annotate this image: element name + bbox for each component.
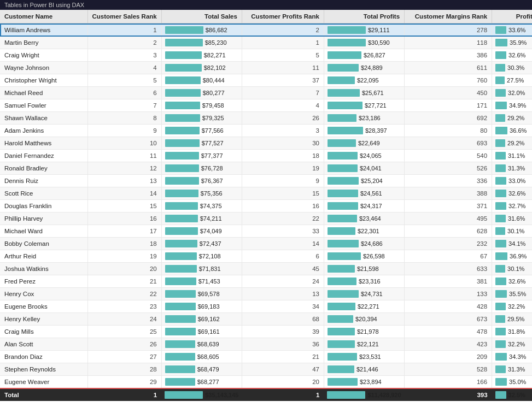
table-row[interactable]: Michael Reed 6 $80,277 7 $25,671 450 32.…	[0, 87, 532, 99]
profits-rank: 7	[242, 87, 324, 99]
table-row[interactable]: William Andrews 1 $86,682 2 $29,111 278 …	[0, 23, 532, 37]
bar	[328, 315, 353, 323]
total-profits: $21,978	[324, 326, 404, 338]
table-row[interactable]: Joshua Watkins 20 $71,831 45 $21,598 633…	[0, 263, 532, 275]
bar	[495, 365, 506, 373]
table-row[interactable]: Eugene Brooks 23 $69,183 34 $22,271 428 …	[0, 300, 532, 313]
margins-rank: 693	[405, 137, 492, 150]
total-profits: $24,889	[324, 62, 404, 74]
sales-rank: 6	[87, 87, 161, 99]
sales-rank: 19	[87, 250, 161, 263]
customer-name: Samuel Fowler	[0, 99, 87, 112]
sales-rank: 16	[87, 213, 161, 225]
sales-value: $75,356	[201, 190, 223, 197]
sales-rank: 20	[87, 263, 161, 275]
col-total-profits[interactable]: Total Profits	[324, 10, 404, 23]
profit-margins: 35.0%	[492, 376, 532, 389]
bar	[165, 26, 203, 34]
margins-value: 32.2%	[508, 341, 525, 347]
bar	[165, 303, 196, 310]
table-row[interactable]: Scott Rice 14 $75,356 15 $24,561 388 32.…	[0, 187, 532, 200]
profit-margins: 33.6%	[492, 23, 532, 37]
bar	[495, 190, 506, 197]
bar	[328, 139, 356, 147]
margins-value: 29.2%	[507, 115, 524, 121]
footer-sales-rank: 1	[87, 388, 161, 401]
table-row[interactable]: Alan Scott 26 $68,639 36 $22,121 423 32.…	[0, 338, 532, 351]
table-row[interactable]: Fred Perez 21 $71,453 24 $23,316 381 32.…	[0, 275, 532, 288]
sales-rank: 13	[87, 175, 161, 187]
table-row[interactable]: Phillip Harvey 16 $74,211 22 $23,464 495…	[0, 213, 532, 225]
col-profits-rank[interactable]: Customer Profits Rank	[242, 10, 324, 23]
bar	[328, 89, 360, 97]
table-row[interactable]: Brandon Diaz 27 $68,605 21 $23,531 209 3…	[0, 351, 532, 363]
bar	[328, 114, 356, 122]
profit-margins: 31.1%	[492, 150, 532, 162]
table-row[interactable]: Harold Matthews 10 $77,527 30 $22,649 69…	[0, 137, 532, 150]
footer-profit-margins: 32.5%	[492, 388, 532, 401]
total-sales: $85,230	[161, 37, 242, 49]
table-row[interactable]: Stephen Reynolds 28 $68,479 47 $21,446 5…	[0, 363, 532, 376]
total-sales: $69,161	[161, 326, 242, 338]
margins-rank: 673	[405, 313, 492, 326]
total-sales: $69,578	[161, 288, 242, 300]
total-sales: $82,102	[161, 62, 242, 74]
profits-value: $29,111	[368, 27, 390, 33]
table-row[interactable]: Craig Mills 25 $69,161 39 $21,978 478 31…	[0, 326, 532, 338]
col-sales-rank[interactable]: Customer Sales Rank	[87, 10, 161, 23]
bar	[495, 114, 505, 122]
bar	[495, 164, 506, 172]
bar	[328, 303, 355, 310]
margins-rank: 633	[405, 263, 492, 275]
sales-value: $82,102	[204, 64, 226, 71]
margins-value: 30.3%	[507, 64, 524, 71]
customer-name: Brandon Diaz	[0, 351, 87, 363]
table-row[interactable]: Henry Cox 22 $69,578 13 $24,731 133 35.5…	[0, 288, 532, 300]
total-profits: $21,446	[324, 363, 404, 376]
sales-value: $85,230	[205, 39, 227, 46]
profit-margins: 35.9%	[492, 37, 532, 49]
table-row[interactable]: Bobby Coleman 18 $72,437 14 $24,686 232 …	[0, 238, 532, 250]
table-row[interactable]: Craig Wright 3 $82,271 5 $26,827 386 32.…	[0, 49, 532, 62]
table-row[interactable]: Martin Berry 2 $85,230 1 $30,590 118 35.…	[0, 37, 532, 49]
col-profit-margins[interactable]: Profit Margins	[492, 10, 532, 23]
table-row[interactable]: Samuel Fowler 7 $79,458 4 $27,721 171 34…	[0, 99, 532, 112]
margins-rank: 611	[405, 62, 492, 74]
profits-rank: 18	[242, 150, 324, 162]
sales-rank: 4	[87, 62, 161, 74]
margins-rank: 526	[405, 162, 492, 175]
profit-margins: 34.3%	[492, 351, 532, 363]
table-row[interactable]: Christopher Wright 5 $80,444 37 $22,095 …	[0, 74, 532, 87]
profits-value: $30,590	[368, 39, 390, 46]
table-row[interactable]: Arthur Reid 19 $72,108 6 $26,598 67 36.9…	[0, 250, 532, 263]
total-sales: $68,277	[161, 376, 242, 389]
profit-margins: 32.6%	[492, 187, 532, 200]
table-row[interactable]: Wayne Johnson 4 $82,102 11 $24,889 611 3…	[0, 62, 532, 74]
profits-rank: 15	[242, 187, 324, 200]
table-row[interactable]: Adam Jenkins 9 $77,566 3 $28,397 80 36.6…	[0, 125, 532, 137]
table-row[interactable]: Daniel Fernandez 11 $77,377 18 $24,065 5…	[0, 150, 532, 162]
table-row[interactable]: Michael Ward 17 $74,049 33 $22,301 628 3…	[0, 225, 532, 238]
profits-rank: 36	[242, 338, 324, 351]
col-total-sales[interactable]: Total Sales	[161, 10, 242, 23]
margins-value: 31.3%	[508, 165, 525, 172]
profits-value: $24,317	[360, 203, 382, 209]
table-row[interactable]: Eugene Weaver 29 $68,277 20 $23,894 166 …	[0, 376, 532, 389]
table-row[interactable]: Shawn Wallace 8 $79,325 26 $23,186 692 2…	[0, 112, 532, 125]
table-row[interactable]: Henry Kelley 24 $69,162 68 $20,394 673 2…	[0, 313, 532, 326]
profits-rank: 68	[242, 313, 324, 326]
col-customer-name[interactable]: Customer Name	[0, 10, 87, 23]
col-margins-rank[interactable]: Customer Margins Rank	[405, 10, 492, 23]
profit-margins: 31.3%	[492, 363, 532, 376]
table-row[interactable]: Ronald Bradley 12 $76,728 19 $24,041 526…	[0, 162, 532, 175]
margins-rank: 133	[405, 288, 492, 300]
table-row[interactable]: Dennis Ruiz 13 $76,367 9 $25,204 336 33.…	[0, 175, 532, 187]
margins-value: 32.6%	[508, 278, 525, 285]
sales-value: $69,183	[198, 303, 220, 310]
sales-rank: 21	[87, 275, 161, 288]
sales-value: $71,831	[199, 265, 221, 272]
margins-value: 29.2%	[507, 140, 524, 146]
profit-margins: 30.1%	[492, 225, 532, 238]
table-row[interactable]: Douglas Franklin 15 $74,375 16 $24,317 3…	[0, 200, 532, 213]
bar	[165, 177, 199, 185]
